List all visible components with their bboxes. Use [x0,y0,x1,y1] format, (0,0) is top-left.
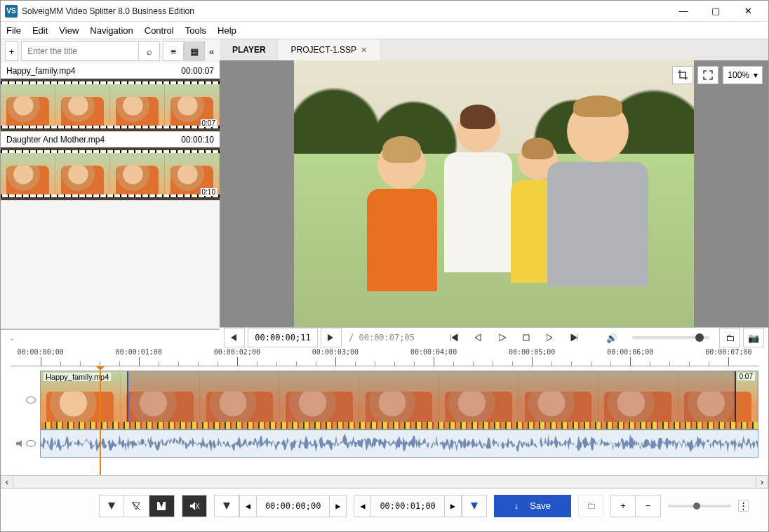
zoom-level[interactable]: 100%▾ [723,66,763,84]
plus-icon: + [620,500,626,511]
ruler-label: 00:00:00;00 [18,348,64,356]
clip-item[interactable]: Happy_family.mp4 00:00:07 0:07 [1,63,220,132]
menu-edit[interactable]: Edit [32,25,48,36]
download-icon: ↓ [514,500,519,511]
tab-close-icon[interactable]: ✕ [361,46,367,55]
zoom-slider[interactable] [668,505,731,507]
menubar: File Edit View Navigation Control Tools … [1,22,768,39]
keep-icon [156,500,167,512]
search-icon: ⌕ [147,46,152,57]
menu-view[interactable]: View [59,25,79,36]
clip-time-badge: 0:10 [201,188,217,196]
bottom-toolbar: ◀ 00:00:00;00 ▶ ◀ 00:00:01;00 ▶ ↓ Save 🗀… [1,488,768,523]
audio-track-content[interactable] [40,430,758,458]
clip-duration: 00:00:07 [181,66,214,76]
time-decrement[interactable]: ◀ [240,496,257,517]
preview-area: 100%▾ [220,60,768,327]
volume-slider[interactable] [632,336,709,339]
dots-icon: ⋮ [739,500,748,511]
clip-name: Happy_family.mp4 [6,66,181,76]
timeline-ruler[interactable]: 00:00:00;0000:00:01;0000:00:02;0000:00:0… [11,343,758,366]
maximize-button[interactable]: ▢ [700,1,732,21]
video-preview [294,60,694,327]
end-time-input[interactable]: ◀ 00:00:01;00 ▶ [354,495,461,517]
grid-icon: ▦ [190,46,199,57]
tab-player[interactable]: PLAYER [220,39,279,60]
track-visibility-toggle[interactable] [26,397,36,404]
menu-control[interactable]: Control [145,25,174,36]
fragment-marker[interactable] [625,371,632,373]
playhead[interactable] [100,371,101,475]
menu-file[interactable]: File [6,25,21,36]
time-decrement[interactable]: ◀ [354,496,371,517]
media-sidebar: + ⌕ ≡ ▦ « Happy_family.mp4 00:00:07 0:07 [1,39,220,328]
fragment-marker[interactable] [267,371,274,373]
plus-icon: + [9,46,15,57]
menu-navigation[interactable]: Navigation [90,25,133,36]
set-end-marker-button[interactable] [462,495,487,517]
tab-bar: PLAYER PROJECT-1.SSP ✕ [220,39,768,60]
clip-duration: 00:00:10 [181,135,214,145]
fullscreen-icon [703,70,713,80]
save-button[interactable]: ↓ Save [494,495,571,517]
marker-icon [107,501,116,511]
zoom-out-button[interactable]: − [636,495,661,517]
minus-icon: − [646,500,651,511]
marker-start-icon [222,501,232,511]
selection-region[interactable] [127,371,737,429]
search-button[interactable]: ⌕ [138,42,159,60]
video-track: Happy_family.mp4 0:07 [11,371,758,430]
timeline-scrollbar[interactable]: ‹ › [1,475,768,488]
fragment-marker[interactable] [410,371,417,373]
clip-thumbnail: 0:10 [1,147,220,200]
mute-fragment-button[interactable] [182,495,207,517]
track-visibility-toggle[interactable] [26,440,36,447]
window-title: SolveigMM Video Splitter 8.0 Business Ed… [22,6,667,16]
view-list-button[interactable]: ≡ [163,41,184,61]
crop-icon [678,70,688,80]
ruler-label: 00:00:01;00 [116,348,162,356]
crop-button[interactable] [672,66,693,84]
keep-fragment-button[interactable] [149,495,175,517]
output-folder-button[interactable]: 🗀 [578,495,603,517]
fragment-marker[interactable] [338,371,345,373]
view-grid-button[interactable]: ▦ [184,41,205,61]
track-mute-toggle[interactable] [16,440,23,447]
fragment-marker[interactable] [554,371,561,373]
clip-item[interactable]: Daughter And Mother.mp4 00:00:10 0:10 [1,132,220,201]
mute-icon [189,500,200,512]
clip-time-badge: 0:07 [201,119,217,127]
timeline-section: ⌄ 00:00:00;0000:00:01;0000:00:02;0000:00… [1,329,768,488]
set-start-marker-button[interactable] [214,495,239,517]
search-input[interactable] [22,42,138,60]
collapse-sidebar-button[interactable]: « [208,41,215,61]
minimize-button[interactable]: — [667,1,700,21]
zoom-in-button[interactable]: + [610,495,636,517]
menu-help[interactable]: Help [218,25,236,36]
app-logo: VS [5,5,18,18]
collapse-icon: « [209,46,214,57]
add-media-button[interactable]: + [5,41,18,61]
scroll-right-button[interactable]: › [756,476,768,488]
marker-end-icon [469,501,479,511]
more-options-button[interactable]: ⋮ [738,500,749,512]
tab-project[interactable]: PROJECT-1.SSP ✕ [279,39,380,60]
time-increment[interactable]: ▶ [444,496,461,517]
clip-thumbnail: 0:07 [1,79,220,131]
scroll-left-button[interactable]: ‹ [1,476,13,488]
menu-tools[interactable]: Tools [185,25,206,36]
fragment-marker[interactable] [697,371,704,373]
remove-marker-button[interactable] [124,495,149,517]
time-increment[interactable]: ▶ [329,496,346,517]
close-button[interactable]: ✕ [732,1,764,21]
ruler-label: 00:00:02;00 [214,348,260,356]
marker-off-icon [131,501,141,511]
start-time-input[interactable]: ◀ 00:00:00;00 ▶ [239,495,347,517]
add-marker-button[interactable] [99,495,124,517]
ruler-label: 00:00:03;00 [312,348,359,356]
list-icon: ≡ [171,46,177,57]
fragment-marker[interactable] [482,371,489,373]
video-track-content[interactable]: Happy_family.mp4 0:07 [40,371,758,430]
fullscreen-button[interactable] [697,66,718,84]
fragment-marker[interactable] [195,371,202,373]
